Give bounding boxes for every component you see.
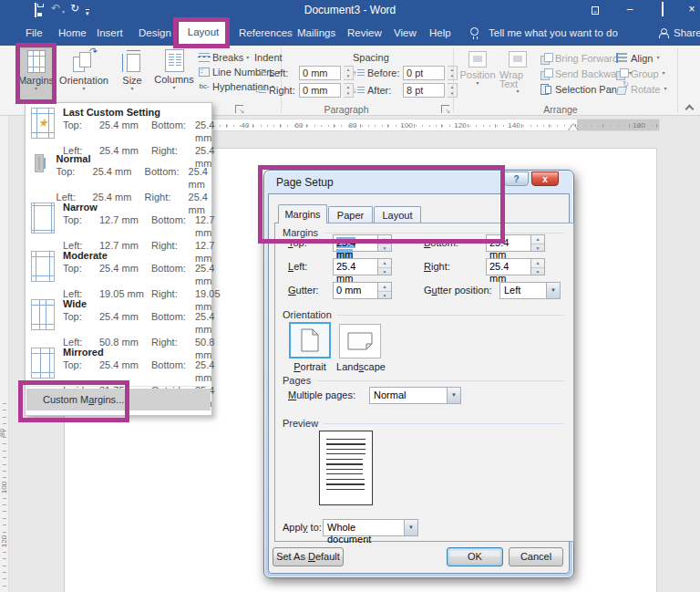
- tab-insert[interactable]: Insert: [93, 20, 127, 46]
- top-margin-stepper[interactable]: ▲▼: [378, 234, 392, 252]
- margins-menu-item-narrow[interactable]: Narrow Top:12.7 mmBottom:12.7 mm Left:12…: [31, 201, 208, 244]
- set-as-default-button[interactable]: Set As Default: [273, 547, 344, 566]
- spacing-before-field[interactable]: 0 pt: [403, 66, 445, 80]
- columns-button[interactable]: Columns ▾: [153, 47, 195, 104]
- dialog-tab-margins[interactable]: Margins: [278, 204, 327, 223]
- maximize-button[interactable]: [649, 0, 676, 20]
- margins-menu-item-moderate[interactable]: Moderate Top:25.4 mmBottom:25.4 mm Left:…: [31, 249, 208, 293]
- dropdown-arrow-icon: ▼: [546, 283, 560, 298]
- margins-label: Margins: [18, 76, 54, 86]
- right-margin-field[interactable]: 25.4 mm: [486, 258, 531, 275]
- spacing-after-field[interactable]: 8 pt: [403, 83, 445, 98]
- tab-layout[interactable]: Layout: [179, 20, 228, 46]
- minimize-button[interactable]: –: [616, 0, 643, 20]
- dialog-content: Margins Paper Layout Margins Top: 25.4 m…: [268, 193, 570, 574]
- close-icon: x: [542, 174, 548, 184]
- align-label: Align: [631, 53, 653, 64]
- right-margin-stepper[interactable]: ▲▼: [531, 258, 545, 275]
- landscape-icon: [347, 332, 373, 350]
- normal-margins-icon: [38, 157, 40, 170]
- spacing-header: Spacing: [353, 52, 389, 63]
- apply-to-dropdown[interactable]: Whole document▼: [323, 519, 418, 536]
- spacing-after-control[interactable]: ↓ After: 8 pt▲▼: [353, 82, 458, 99]
- tab-file[interactable]: File: [22, 20, 46, 46]
- margins-menu-item-normal[interactable]: Normal Top:25.4 mmBottom:25.4 mm Left:25…: [31, 152, 208, 196]
- left-margin-field[interactable]: 25.4 mm: [333, 258, 378, 275]
- ribbon-display-options-button[interactable]: ⌄: [582, 0, 609, 20]
- tell-me-box[interactable]: Tell me what you want to do: [485, 20, 622, 46]
- margins-menu-item-last-custom[interactable]: ★ Last Custom Setting Top:25.4 mmBottom:…: [31, 106, 208, 150]
- tab-home[interactable]: Home: [55, 20, 90, 46]
- moderate-margins-icon: [31, 251, 55, 282]
- align-button[interactable]: Align▾: [616, 51, 659, 65]
- selection-pane-icon: [540, 84, 551, 94]
- margins-button[interactable]: Margins ▾: [18, 47, 54, 104]
- indent-left-field[interactable]: 0 mm: [299, 66, 341, 80]
- orientation-button[interactable]: ↷ Orientation ▾: [57, 47, 111, 104]
- group-button[interactable]: Group▾: [616, 67, 665, 80]
- rotate-button[interactable]: Rotate▾: [616, 82, 666, 96]
- menu-item-title: Wide: [63, 297, 214, 310]
- align-icon: [616, 53, 627, 63]
- dropdown-arrow-icon: ▼: [404, 520, 417, 535]
- tab-references[interactable]: References: [235, 20, 296, 46]
- size-button[interactable]: Size ▾: [114, 47, 150, 104]
- wrap-text-button[interactable]: Wrap Text ▾: [499, 47, 536, 104]
- multiple-pages-dropdown[interactable]: Normal▼: [369, 387, 461, 404]
- gutter-position-label: Gutter position:: [424, 282, 492, 299]
- menu-item-title: Mirrored: [63, 346, 214, 358]
- left-margin-stepper[interactable]: ▲▼: [378, 258, 392, 275]
- tab-help[interactable]: Help: [426, 20, 455, 46]
- selection-pane-button[interactable]: Selection Pane: [540, 82, 623, 96]
- bottom-margin-field[interactable]: 25.4 mm: [486, 234, 531, 252]
- dialog-tab-layout[interactable]: Layout: [374, 206, 421, 223]
- bottom-margin-stepper[interactable]: ▲▼: [531, 234, 545, 252]
- page-setup-dialog-launcher-icon[interactable]: [235, 105, 243, 113]
- close-button[interactable]: ×: [678, 0, 700, 20]
- tab-mailings[interactable]: Mailings: [293, 20, 339, 46]
- mirrored-margins-icon: [31, 348, 55, 379]
- custom-margins-menu-item[interactable]: Custom Margins...: [26, 389, 211, 410]
- ruler-number: 40: [242, 121, 250, 130]
- arrange-group-label: Arrange: [524, 104, 597, 115]
- breaks-button[interactable]: Breaks▾: [199, 51, 249, 64]
- indent-right-control[interactable]: ← Right: 0 mm▲▼: [254, 82, 354, 99]
- ok-button[interactable]: OK: [447, 547, 503, 566]
- gutter-position-dropdown[interactable]: Left▼: [499, 282, 561, 299]
- pages-group-caption: Pages: [283, 375, 564, 386]
- vertical-ruler[interactable]: 80 100 120: [0, 116, 9, 592]
- indent-left-control[interactable]: → Left: 0 mm▲▼: [254, 65, 354, 81]
- position-button[interactable]: Position ▾: [458, 47, 497, 104]
- gutter-field[interactable]: 0 mm: [333, 282, 378, 299]
- margins-menu-item-mirrored[interactable]: Mirrored Top:25.4 mmBottom:25.4 mm Insid…: [31, 346, 208, 389]
- spacing-before-control[interactable]: ↑ Before: 0 pt▲▼: [353, 65, 458, 81]
- bottom-label: Bottom:: [424, 234, 458, 252]
- columns-label: Columns: [154, 75, 193, 85]
- gutter-stepper[interactable]: ▲▼: [378, 282, 392, 299]
- apply-to-label: Apply to:: [283, 519, 322, 536]
- spacing-before-label: Before:: [367, 68, 400, 78]
- title-bar: ↶ ▾ ↻ ▾ Document3 - Word ⌄ – ×: [0, 0, 700, 20]
- size-icon: [121, 49, 143, 73]
- ruler-number: 120: [0, 535, 8, 547]
- margins-menu-item-wide[interactable]: Wide Top:25.4 mmBottom:25.4 mm Left:50.8…: [31, 297, 208, 341]
- ruler-number: 80: [0, 429, 6, 437]
- tab-review[interactable]: Review: [344, 20, 386, 46]
- landscape-option[interactable]: [339, 324, 381, 358]
- tab-view[interactable]: View: [390, 20, 420, 46]
- paragraph-dialog-launcher-icon[interactable]: [441, 105, 449, 113]
- star-icon: ★: [32, 116, 54, 130]
- dialog-tab-paper[interactable]: Paper: [328, 206, 373, 223]
- paragraph-group-label: Paragraph: [310, 104, 383, 115]
- tab-design[interactable]: Design: [135, 20, 175, 46]
- indent-right-field[interactable]: 0 mm: [299, 83, 341, 98]
- bring-forward-button[interactable]: Bring Forward▾: [540, 51, 624, 65]
- top-margin-field[interactable]: 25.4 mm: [333, 234, 378, 252]
- dialog-close-button[interactable]: x: [531, 171, 559, 186]
- dialog-help-button[interactable]: ?: [504, 171, 529, 186]
- breaks-icon: [199, 53, 210, 62]
- share-button[interactable]: Share: [670, 20, 700, 46]
- collapse-ribbon-button[interactable]: [685, 105, 695, 114]
- portrait-option[interactable]: [289, 322, 331, 358]
- cancel-button[interactable]: Cancel: [509, 547, 563, 566]
